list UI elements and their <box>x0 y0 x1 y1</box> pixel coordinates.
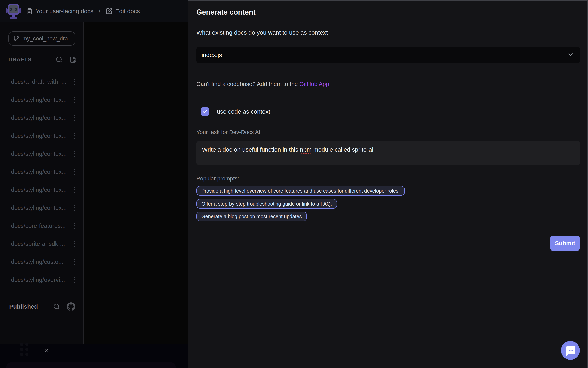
draft-list-item[interactable]: docs/sprite-ai-sdk-... <box>0 235 83 253</box>
chevron-down-icon <box>567 51 574 59</box>
draft-item-label: docs/styling/contex... <box>11 150 73 157</box>
draft-item-label: docs/styling/contex... <box>11 96 73 103</box>
drag-handle-dots-icon[interactable] <box>20 343 28 356</box>
bottom-toolbar <box>0 344 188 368</box>
chat-launcher-button[interactable] <box>561 341 580 360</box>
drafts-heading: DRAFTS <box>9 57 32 63</box>
drafts-sidebar: my_cool_new_dra... DRAFTS docs/a_draft_w… <box>0 22 84 344</box>
robot-ear-icon <box>6 9 8 13</box>
draft-list-item[interactable]: docs/styling/custo... <box>0 253 83 271</box>
editor-background <box>84 22 188 344</box>
breadcrumb: Your user-facing docs / Edit docs <box>26 8 140 15</box>
use-code-checkbox[interactable] <box>201 107 209 116</box>
draft-item-label: docs/styling/contex... <box>11 204 73 211</box>
submit-button[interactable]: Submit <box>551 236 579 251</box>
edit-docs-icon <box>106 8 112 15</box>
github-app-link[interactable]: GitHub App <box>299 81 329 87</box>
kebab-menu-icon[interactable] <box>73 186 76 194</box>
draft-list-item[interactable]: docs/styling/contex... <box>0 181 83 199</box>
close-icon[interactable] <box>43 348 49 354</box>
draft-list-item[interactable]: docs/styling/overvi... <box>0 271 83 289</box>
kebab-menu-icon[interactable] <box>73 276 76 284</box>
draft-item-label: docs/core-features... <box>11 222 73 229</box>
kebab-menu-icon[interactable] <box>73 204 76 212</box>
task-text-after: module called sprite-ai <box>312 146 373 153</box>
git-branch-icon <box>13 36 19 42</box>
app-header: 0_0 Your user-facing docs / Edit docs <box>0 0 188 22</box>
draft-list: docs/a_draft_with_... docs/styling/conte… <box>0 73 83 289</box>
kebab-menu-icon[interactable] <box>73 78 76 86</box>
draft-item-label: docs/styling/contex... <box>11 114 73 121</box>
task-text-misspelled: npm <box>300 146 312 153</box>
context-question-label: What existing docs do you want to use as… <box>196 29 328 36</box>
app-logo-robot-icon: 0_0 <box>6 2 21 20</box>
popular-prompts-label: Popular prompts: <box>196 175 239 182</box>
draft-item-label: docs/styling/custo... <box>11 258 73 265</box>
breadcrumb-separator: / <box>99 8 101 15</box>
robot-ear-icon <box>19 9 21 13</box>
clipboard-icon <box>26 8 33 15</box>
draft-item-label: docs/sprite-ai-sdk-... <box>11 240 73 247</box>
draft-list-item[interactable]: docs/styling/contex... <box>0 145 83 163</box>
robot-face: 0_0 <box>8 4 19 15</box>
search-drafts-icon[interactable] <box>55 56 63 63</box>
kebab-menu-icon[interactable] <box>73 258 76 266</box>
kebab-menu-icon[interactable] <box>73 96 76 104</box>
draft-item-label: docs/styling/contex... <box>11 132 73 139</box>
draft-item-label: docs/styling/contex... <box>11 186 73 193</box>
prompt-pill[interactable]: Offer a step-by-step troubleshooting gui… <box>196 199 337 209</box>
page-title: Generate content <box>196 8 256 16</box>
draft-list-item[interactable]: docs/styling/contex... <box>0 199 83 217</box>
task-text-before: Write a doc on useful function in this <box>202 146 300 153</box>
use-code-checkbox-row: use code as context <box>201 107 270 116</box>
codebase-hint: Can't find a codebase? Add them to the G… <box>196 81 329 87</box>
breadcrumb-your-docs-label: Your user-facing docs <box>36 8 93 15</box>
published-section-header: Published <box>9 302 75 311</box>
draft-list-item[interactable]: docs/core-features... <box>0 217 83 235</box>
kebab-menu-icon[interactable] <box>73 114 76 122</box>
search-published-icon[interactable] <box>53 303 60 310</box>
draft-item-label: docs/styling/overvi... <box>11 276 73 283</box>
codebase-select-value: index.js <box>202 52 222 58</box>
new-draft-file-plus-icon[interactable] <box>69 56 76 63</box>
kebab-menu-icon[interactable] <box>73 132 76 140</box>
robot-base <box>9 17 17 19</box>
chat-smile-icon <box>568 347 574 351</box>
panel-top-scroll-edge <box>188 0 588 1</box>
branch-name-label: my_cool_new_dra... <box>22 35 73 42</box>
published-heading: Published <box>9 303 38 310</box>
draft-list-item[interactable]: docs/a_draft_with_... <box>0 73 83 91</box>
branch-selector-button[interactable]: my_cool_new_dra... <box>9 31 75 46</box>
prompt-pill[interactable]: Generate a blog post on most recent upda… <box>196 212 307 221</box>
draft-item-label: docs/styling/contex... <box>11 168 73 175</box>
scrollbar[interactable] <box>587 0 588 368</box>
draft-list-item[interactable]: docs/styling/contex... <box>0 163 83 181</box>
breadcrumb-edit-docs[interactable]: Edit docs <box>106 8 140 15</box>
draft-list-item[interactable]: docs/styling/contex... <box>0 91 83 109</box>
drafts-section-header: DRAFTS <box>9 56 76 63</box>
draft-list-item[interactable]: docs/styling/contex... <box>0 109 83 127</box>
prompt-pill[interactable]: Provide a high-level overview of core fe… <box>196 186 405 196</box>
kebab-menu-icon[interactable] <box>73 240 76 248</box>
kebab-menu-icon[interactable] <box>73 168 76 176</box>
codebase-select[interactable]: index.js <box>196 47 580 63</box>
kebab-menu-icon[interactable] <box>73 222 76 230</box>
use-code-checkbox-label: use code as context <box>217 108 270 115</box>
checkmark-icon <box>202 109 208 114</box>
breadcrumb-edit-docs-label: Edit docs <box>115 8 140 15</box>
draft-item-label: docs/a_draft_with_... <box>11 78 73 85</box>
draft-list-item[interactable]: docs/styling/contex... <box>0 127 83 145</box>
task-textarea[interactable]: Write a doc on useful function in this n… <box>196 141 580 165</box>
github-icon[interactable] <box>67 302 75 311</box>
generate-content-panel: Generate content What existing docs do y… <box>188 0 588 368</box>
codebase-hint-text: Can't find a codebase? Add them to the <box>196 81 299 87</box>
task-field-label: Your task for Dev-Docs AI <box>196 129 260 135</box>
kebab-menu-icon[interactable] <box>73 150 76 158</box>
breadcrumb-your-docs[interactable]: Your user-facing docs <box>26 8 93 15</box>
bottom-popup-edge <box>6 362 176 368</box>
